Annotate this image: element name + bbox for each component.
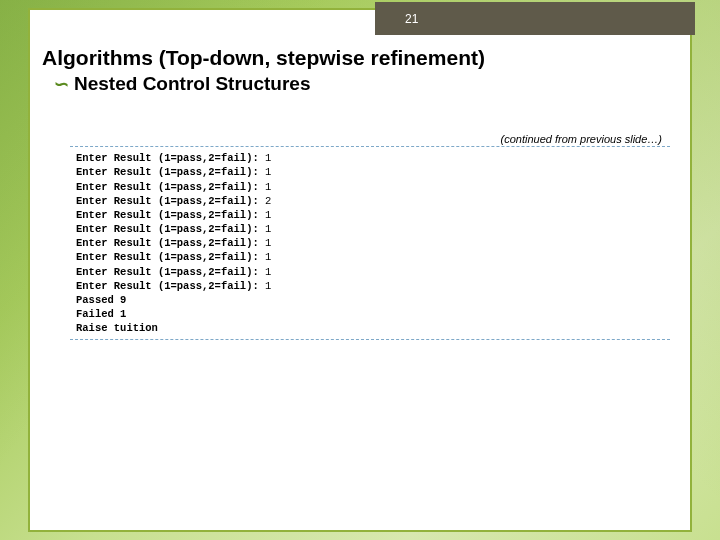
subtitle-row: ∽ Nested Control Structures	[54, 73, 678, 95]
code-output-box: Enter Result (1=pass,2=fail): 1 Enter Re…	[70, 146, 670, 340]
slide-title: Algorithms (Top-down, stepwise refinemen…	[42, 45, 678, 71]
summary-passed: Passed 9	[76, 294, 126, 306]
code-line: Enter Result (1=pass,2=fail): 1	[76, 251, 271, 263]
code-line: Enter Result (1=pass,2=fail): 1	[76, 237, 271, 249]
code-line: Enter Result (1=pass,2=fail): 1	[76, 152, 271, 164]
slide-subtitle: Nested Control Structures	[74, 73, 310, 95]
final-line: Raise tuition	[76, 322, 158, 334]
bullet-icon: ∽	[54, 75, 69, 93]
code-line: Enter Result (1=pass,2=fail): 1	[76, 166, 271, 178]
continued-note: (continued from previous slide…)	[70, 133, 670, 146]
code-line: Enter Result (1=pass,2=fail): 1	[76, 209, 271, 221]
code-line: Enter Result (1=pass,2=fail): 1	[76, 280, 271, 292]
summary-failed: Failed 1	[76, 308, 126, 320]
code-line: Enter Result (1=pass,2=fail): 1	[76, 266, 271, 278]
slide-frame: 21 Algorithms (Top-down, stepwise refine…	[28, 8, 692, 532]
header-bar: 21	[375, 2, 695, 35]
code-line: Enter Result (1=pass,2=fail): 1	[76, 181, 271, 193]
content-area: (continued from previous slide…) Enter R…	[70, 133, 670, 340]
code-line: Enter Result (1=pass,2=fail): 2	[76, 195, 271, 207]
code-line: Enter Result (1=pass,2=fail): 1	[76, 223, 271, 235]
page-number: 21	[405, 12, 418, 26]
